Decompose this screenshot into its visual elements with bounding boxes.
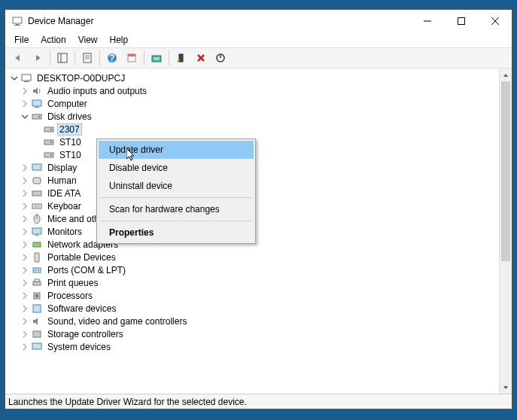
update-driver-button[interactable] [172, 49, 190, 67]
context-uninstall-device[interactable]: Uninstall device [99, 177, 254, 195]
context-disable-device[interactable]: Disable device [99, 159, 254, 177]
toolbar: ? [5, 47, 512, 68]
tree-node-label: Disk drives [46, 111, 93, 122]
toolbar-separator [75, 50, 75, 65]
svg-rect-2 [14, 25, 20, 26]
expander-icon[interactable] [19, 264, 31, 276]
context-update-driver[interactable]: Update driver [99, 141, 254, 159]
tree-node-label: IDE ATA [46, 188, 82, 199]
device-manager-window: Device Manager File Action View Help ? [5, 9, 512, 409]
audio-icon [31, 85, 43, 97]
svg-rect-4 [458, 18, 464, 25]
expander-icon[interactable] [19, 213, 31, 225]
tree-category-ports[interactable]: Ports (COM & LPT) [8, 263, 499, 276]
show-hide-tree-button[interactable] [53, 49, 71, 67]
keyboard-icon [31, 200, 43, 212]
expander-icon[interactable] [19, 187, 31, 199]
maximize-button[interactable] [444, 10, 478, 32]
tree-category-sound[interactable]: Sound, video and game controllers [8, 315, 499, 327]
expander-icon[interactable] [19, 226, 31, 238]
scroll-track[interactable] [500, 81, 512, 381]
content-area: DESKTOP-O0DUPCJ Audio inputs and outputs… [5, 68, 512, 394]
tree-category-audio[interactable]: Audio inputs and outputs [8, 84, 499, 97]
mouse-icon [31, 213, 43, 225]
svg-rect-35 [32, 164, 41, 170]
disable-button[interactable] [211, 49, 230, 67]
tree-category-portable[interactable]: Portable Devices [8, 251, 499, 263]
expander-icon[interactable] [19, 277, 31, 289]
scan-hardware-button[interactable] [147, 49, 166, 67]
toolbar-separator [169, 50, 169, 65]
expander-icon[interactable] [19, 162, 31, 174]
portable-icon [31, 251, 43, 263]
tree-node-label: Human [46, 175, 78, 186]
close-button[interactable] [478, 10, 512, 32]
context-scan-hardware[interactable]: Scan for hardware changes [99, 200, 254, 218]
expander-icon[interactable] [19, 85, 31, 97]
vertical-scrollbar[interactable] [499, 68, 512, 394]
expander-icon[interactable] [19, 290, 31, 302]
properties-button[interactable] [78, 49, 96, 67]
hid-icon [31, 175, 43, 187]
expander-icon[interactable] [19, 98, 31, 110]
svg-point-49 [38, 269, 39, 271]
tree-node-label: Processors [46, 291, 94, 301]
svg-rect-45 [33, 242, 41, 247]
expander-icon[interactable] [19, 175, 31, 187]
scroll-up-button[interactable] [500, 68, 512, 81]
svg-rect-27 [32, 114, 41, 119]
cpu-icon [31, 290, 43, 302]
svg-rect-53 [35, 294, 38, 297]
svg-rect-9 [84, 53, 91, 62]
svg-rect-51 [35, 279, 39, 282]
forward-button[interactable] [29, 49, 47, 67]
action-button[interactable] [123, 49, 141, 67]
svg-rect-56 [32, 343, 41, 349]
tree-node-label: Ports (COM & LPT) [46, 265, 127, 275]
tree-category-computer[interactable]: Computer [8, 97, 499, 110]
minimize-button[interactable] [410, 10, 444, 32]
svg-rect-24 [24, 81, 29, 82]
svg-rect-55 [33, 331, 41, 337]
sound-icon [31, 315, 43, 327]
expander-icon[interactable] [19, 328, 31, 340]
scroll-down-button[interactable] [500, 381, 512, 394]
svg-rect-36 [33, 178, 41, 184]
expander-icon[interactable] [19, 303, 31, 315]
tree-device-disk[interactable]: 2307 [8, 123, 499, 135]
tree-category-disk-drives[interactable]: Disk drives [8, 110, 499, 123]
disk-icon [43, 123, 55, 135]
svg-rect-18 [154, 57, 160, 60]
tree-category-storage[interactable]: Storage controllers [8, 327, 499, 340]
tree-node-label: Portable Devices [46, 252, 117, 263]
expander-icon[interactable] [19, 315, 31, 327]
menu-help[interactable]: Help [104, 33, 135, 47]
tree-category-printqueues[interactable]: Print queues [8, 276, 499, 289]
expander-icon[interactable] [19, 341, 31, 353]
uninstall-button[interactable] [192, 49, 210, 67]
app-icon [11, 15, 23, 27]
scroll-thumb[interactable] [501, 81, 510, 261]
monitor-icon [31, 226, 43, 238]
expander-icon[interactable] [8, 72, 20, 84]
back-button[interactable] [9, 49, 27, 67]
display-icon [31, 162, 43, 174]
svg-point-32 [50, 141, 52, 142]
svg-rect-0 [13, 17, 22, 23]
help-button[interactable]: ? [103, 49, 121, 67]
menu-view[interactable]: View [72, 33, 104, 47]
expander-icon[interactable] [19, 111, 31, 123]
tree-root[interactable]: DESKTOP-O0DUPCJ [8, 72, 499, 84]
expander-icon[interactable] [19, 251, 31, 263]
expander-icon[interactable] [19, 239, 31, 251]
menu-file[interactable]: File [8, 33, 35, 47]
tree-category-system[interactable]: System devices [8, 340, 499, 353]
expander-icon[interactable] [19, 200, 31, 212]
window-controls [410, 10, 512, 32]
toolbar-separator [50, 50, 50, 65]
menu-action[interactable]: Action [35, 33, 71, 47]
tree-category-processors[interactable]: Processors [8, 289, 499, 302]
tree-node-label: ST10 [58, 150, 83, 160]
context-properties[interactable]: Properties [99, 224, 254, 242]
tree-category-software[interactable]: Software devices [8, 302, 499, 315]
